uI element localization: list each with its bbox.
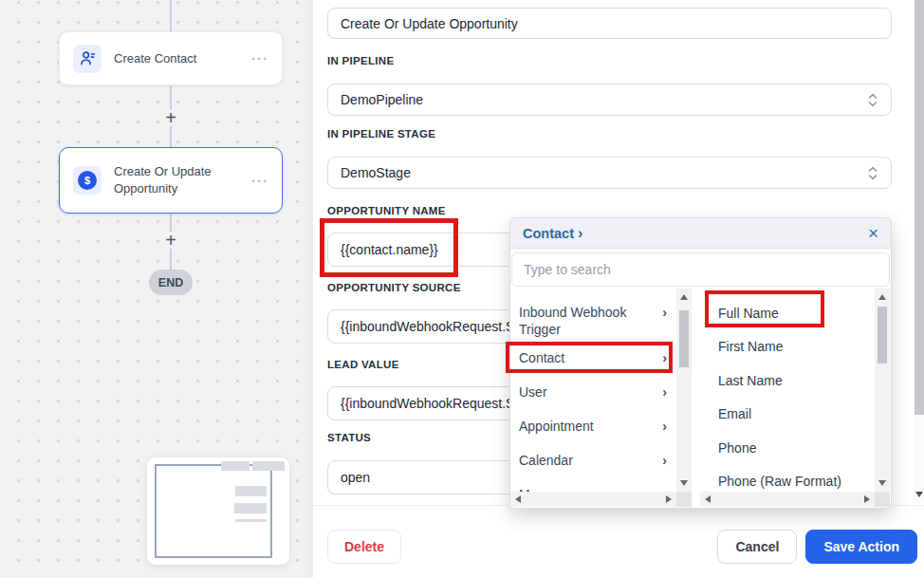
select-chevrons-icon bbox=[867, 92, 878, 108]
connector-line bbox=[170, 0, 172, 31]
end-node: END bbox=[149, 270, 193, 295]
custom-values-dropdown: Contact› × Inbound Webhook Trigger › Con… bbox=[509, 217, 892, 509]
panel-scrollbar[interactable] bbox=[915, 0, 924, 503]
dropdown-header: Contact› × bbox=[510, 218, 891, 249]
field-phone[interactable]: Phone bbox=[700, 431, 875, 465]
opportunity-name-label: OPPORTUNITY NAME bbox=[327, 205, 446, 216]
scroll-up-arrow-icon[interactable] bbox=[680, 294, 688, 300]
category-vertical-scrollbar[interactable] bbox=[676, 289, 692, 492]
field-vertical-scrollbar[interactable] bbox=[875, 289, 890, 492]
minimap-block bbox=[235, 519, 267, 522]
category-pane: Inbound Webhook Trigger › Contact › User… bbox=[510, 289, 692, 507]
scroll-right-arrow-icon[interactable] bbox=[864, 495, 870, 503]
workflow-canvas[interactable]: Create Contact ··· + $ Create Or Update … bbox=[0, 0, 317, 578]
scrollbar-thumb[interactable] bbox=[878, 307, 887, 364]
chevron-right-icon: › bbox=[662, 452, 667, 469]
scroll-right-arrow-icon[interactable] bbox=[666, 495, 672, 503]
minimap-block bbox=[252, 461, 285, 471]
category-appointment[interactable]: Appointment › bbox=[510, 410, 676, 444]
field-full-name[interactable]: Full Name bbox=[700, 296, 875, 330]
minimap[interactable] bbox=[147, 457, 289, 565]
chevron-right-icon: › bbox=[662, 349, 667, 366]
node-create-or-update-opportunity[interactable]: $ Create Or Update Opportunity ··· bbox=[59, 147, 283, 214]
panel-scrollbar-thumb[interactable] bbox=[915, 0, 924, 415]
lead-value-label: LEAD VALUE bbox=[327, 359, 399, 370]
delete-button[interactable]: Delete bbox=[327, 530, 401, 564]
category-calendar[interactable]: Calendar › bbox=[510, 444, 676, 478]
chevron-right-icon: › bbox=[662, 383, 667, 401]
chevron-right-icon: › bbox=[578, 225, 582, 241]
footer-actions: Cancel Save Action bbox=[717, 530, 917, 564]
category-horizontal-scrollbar[interactable] bbox=[510, 492, 676, 507]
pipeline-select[interactable]: DemoPipeline bbox=[327, 84, 892, 116]
scroll-left-arrow-icon[interactable] bbox=[515, 495, 521, 503]
category-contact[interactable]: Contact › bbox=[510, 342, 676, 376]
field-first-name[interactable]: First Name bbox=[700, 330, 875, 364]
node-menu-icon[interactable]: ··· bbox=[251, 173, 268, 189]
category-clipped[interactable]: M › bbox=[510, 478, 676, 492]
scrollbar-thumb[interactable] bbox=[679, 310, 689, 367]
action-name-input[interactable] bbox=[327, 8, 892, 39]
minimap-block bbox=[234, 503, 267, 513]
node-menu-icon[interactable]: ··· bbox=[251, 50, 268, 66]
scroll-left-arrow-icon[interactable] bbox=[705, 495, 711, 503]
cancel-button[interactable]: Cancel bbox=[717, 530, 797, 564]
node-label: Create Contact bbox=[114, 50, 239, 67]
contact-person-icon bbox=[73, 45, 102, 73]
dropdown-body: Inbound Webhook Trigger › Contact › User… bbox=[510, 289, 891, 507]
scroll-down-arrow-icon[interactable] bbox=[680, 480, 688, 486]
save-action-button[interactable]: Save Action bbox=[805, 530, 917, 564]
opportunity-source-label: OPPORTUNITY SOURCE bbox=[327, 282, 461, 293]
select-chevrons-icon bbox=[867, 165, 878, 181]
field-phone-raw-format[interactable]: Phone (Raw Format) bbox=[700, 465, 875, 493]
chevron-right-icon: › bbox=[662, 418, 667, 435]
scroll-up-arrow-icon[interactable] bbox=[878, 294, 886, 300]
node-create-contact[interactable]: Create Contact ··· bbox=[59, 31, 283, 85]
breadcrumb[interactable]: Contact› bbox=[523, 225, 582, 242]
add-step-button[interactable]: + bbox=[161, 109, 180, 126]
pipeline-stage-select-value: DemoStage bbox=[341, 165, 411, 180]
in-pipeline-stage-label: IN PIPELINE STAGE bbox=[327, 128, 435, 140]
field-pane: Full Name First Name Last Name Email Pho… bbox=[700, 289, 890, 507]
panel-footer: Delete Cancel Save Action bbox=[313, 505, 924, 578]
category-user[interactable]: User › bbox=[510, 376, 676, 410]
status-label: STATUS bbox=[327, 432, 371, 443]
field-email[interactable]: Email bbox=[700, 398, 875, 432]
category-inbound-webhook-trigger[interactable]: Inbound Webhook Trigger › bbox=[510, 296, 676, 342]
search-input[interactable] bbox=[524, 262, 878, 277]
breadcrumb-label: Contact bbox=[523, 226, 574, 241]
add-step-button[interactable]: + bbox=[161, 232, 180, 249]
field-last-name[interactable]: Last Name bbox=[700, 364, 875, 398]
scrollbar-corner bbox=[875, 492, 890, 507]
scroll-down-arrow-icon[interactable] bbox=[915, 492, 923, 497]
field-list: Full Name First Name Last Name Email Pho… bbox=[700, 289, 875, 492]
dropdown-search bbox=[511, 252, 890, 287]
in-pipeline-label: IN PIPELINE bbox=[327, 55, 394, 66]
pipeline-select-value: DemoPipeline bbox=[341, 92, 423, 107]
close-icon[interactable]: × bbox=[868, 224, 878, 242]
scroll-down-arrow-icon[interactable] bbox=[878, 480, 886, 486]
minimap-block bbox=[221, 461, 249, 471]
field-horizontal-scrollbar[interactable] bbox=[700, 492, 875, 507]
pipeline-stage-select[interactable]: DemoStage bbox=[327, 157, 892, 189]
chevron-right-icon: › bbox=[662, 304, 667, 321]
scrollbar-corner bbox=[676, 492, 692, 507]
node-label: Create Or Update Opportunity bbox=[114, 163, 239, 196]
minimap-block bbox=[235, 486, 267, 496]
category-list: Inbound Webhook Trigger › Contact › User… bbox=[510, 289, 676, 492]
opportunity-dollar-icon: $ bbox=[73, 166, 102, 195]
